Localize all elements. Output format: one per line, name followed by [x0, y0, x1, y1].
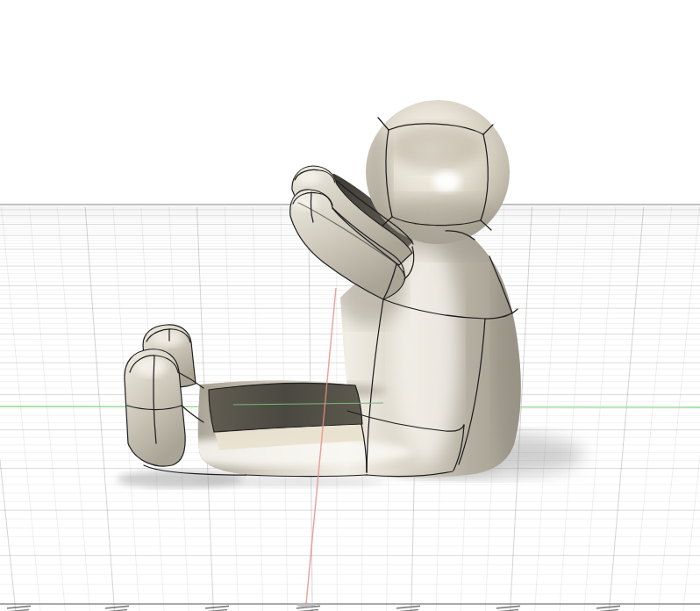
model-body[interactable]: [125, 100, 532, 478]
model-layer: [0, 0, 700, 611]
model-leg-slot: [209, 384, 362, 432]
3d-viewport-canvas[interactable]: [0, 0, 700, 611]
